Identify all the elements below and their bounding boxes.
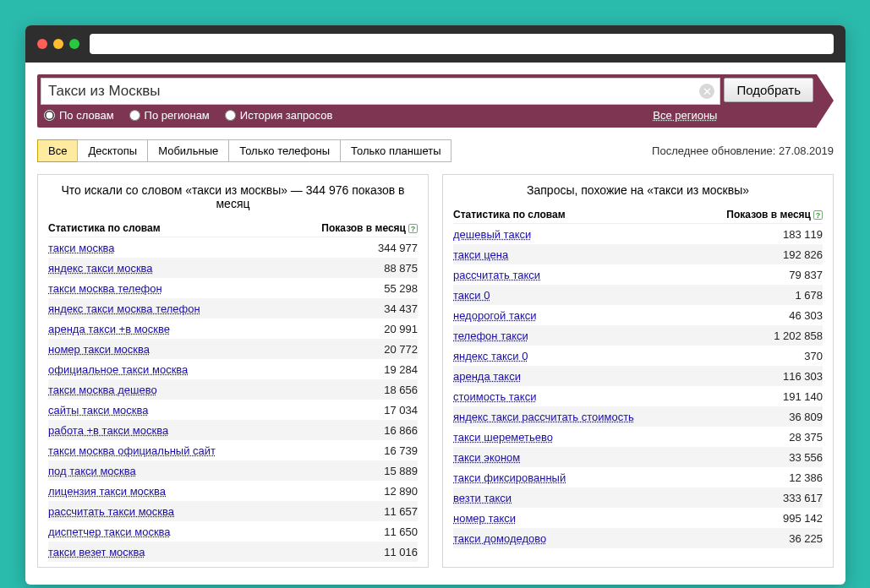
table-row: недорогой такси46 303	[453, 305, 823, 325]
device-tab[interactable]: Мобильные	[147, 139, 229, 162]
keyword-link[interactable]: лицензия такси москва	[48, 485, 384, 498]
impressions-count: 11 016	[384, 546, 418, 558]
table-row: сайты такси москва17 034	[48, 400, 418, 420]
keyword-link[interactable]: официальное такси москва	[48, 363, 384, 376]
device-tab[interactable]: Все	[37, 139, 78, 162]
keyword-link[interactable]: работа +в такси москва	[48, 424, 384, 437]
table-row: аренда такси +в москве20 991	[48, 318, 418, 339]
keyword-link[interactable]: недорогой такси	[453, 309, 789, 322]
keyword-link[interactable]: номер такси	[453, 512, 783, 525]
keyword-link[interactable]: такси москва	[48, 242, 378, 254]
radio-by-words[interactable]: По словам	[44, 109, 114, 122]
arrow-decoration	[817, 74, 834, 127]
search-bar: ✕ По словам По регионам История запросов	[37, 74, 834, 128]
table-row: официальное такси москва19 284	[48, 359, 418, 379]
impressions-count: 16 866	[384, 424, 418, 437]
keyword-link[interactable]: яндекс такси 0	[453, 350, 804, 362]
table-row: яндекс такси рассчитать стоимость36 809	[453, 406, 823, 427]
clear-icon[interactable]: ✕	[699, 84, 714, 99]
impressions-count: 33 556	[789, 451, 823, 464]
impressions-count: 344 977	[378, 242, 418, 254]
keyword-link[interactable]: под такси москва	[48, 465, 384, 477]
impressions-count: 995 142	[783, 512, 823, 525]
impressions-count: 333 617	[783, 492, 823, 504]
column-header-count: Показов в месяц ?	[726, 209, 823, 220]
table-row: такси москва телефон55 298	[48, 278, 418, 298]
maximize-icon[interactable]	[69, 39, 79, 49]
impressions-count: 28 375	[789, 431, 823, 444]
device-tab[interactable]: Десктопы	[77, 139, 148, 162]
keyword-link[interactable]: такси шереметьево	[453, 431, 789, 444]
left-panel: Что искали со словом «такси из москвы» —…	[37, 174, 429, 568]
device-tab[interactable]: Только телефоны	[228, 139, 341, 162]
keyword-link[interactable]: такси 0	[453, 289, 795, 302]
keyword-link[interactable]: такси эконом	[453, 451, 789, 464]
table-row: такси шереметьево28 375	[453, 427, 823, 447]
table-row: рассчитать такси москва11 657	[48, 501, 418, 521]
keyword-link[interactable]: рассчитать такси	[453, 269, 789, 281]
all-regions-link[interactable]: Все регионы	[653, 109, 717, 122]
keyword-link[interactable]: яндекс такси рассчитать стоимость	[453, 411, 789, 423]
impressions-count: 116 303	[783, 370, 823, 383]
right-panel: Запросы, похожие на «такси из москвы» Ст…	[442, 174, 834, 568]
help-icon[interactable]: ?	[408, 224, 418, 233]
impressions-count: 19 284	[384, 363, 418, 376]
address-bar[interactable]	[90, 34, 834, 54]
keyword-link[interactable]: аренда такси	[453, 370, 783, 383]
table-row: такси эконом33 556	[453, 447, 823, 467]
submit-button[interactable]: Подобрать	[724, 78, 813, 102]
table-row: такси везет москва11 016	[48, 542, 418, 562]
impressions-count: 55 298	[384, 282, 418, 295]
keyword-link[interactable]: такси фиксированный	[453, 471, 789, 484]
impressions-count: 15 889	[384, 465, 418, 477]
table-row: аренда такси116 303	[453, 366, 823, 386]
table-row: телефон такси1 202 858	[453, 325, 823, 346]
keyword-link[interactable]: сайты такси москва	[48, 404, 384, 416]
impressions-count: 17 034	[384, 404, 418, 416]
table-row: везти такси333 617	[453, 487, 823, 508]
radio-by-regions[interactable]: По регионам	[129, 109, 210, 122]
keyword-link[interactable]: яндекс такси москва телефон	[48, 302, 384, 315]
radio-label: История запросов	[240, 109, 333, 122]
page-content: ✕ По словам По регионам История запросов	[25, 63, 845, 585]
search-input[interactable]	[41, 79, 699, 104]
keyword-link[interactable]: аренда такси +в москве	[48, 323, 384, 335]
column-header-word: Статистика по словам	[453, 209, 726, 220]
keyword-link[interactable]: такси цена	[453, 248, 783, 261]
keyword-link[interactable]: номер такси москва	[48, 343, 384, 356]
keyword-link[interactable]: везти такси	[453, 492, 783, 504]
table-row: под такси москва15 889	[48, 460, 418, 481]
impressions-count: 192 826	[783, 248, 823, 261]
column-header-word: Статистика по словам	[48, 222, 321, 234]
help-icon[interactable]: ?	[813, 210, 823, 220]
keyword-link[interactable]: такси везет москва	[48, 546, 384, 558]
keyword-link[interactable]: диспетчер такси москва	[48, 525, 384, 538]
keyword-link[interactable]: такси москва дешево	[48, 384, 384, 396]
keyword-link[interactable]: такси москва официальный сайт	[48, 444, 384, 457]
device-tab[interactable]: Только планшеты	[340, 139, 451, 162]
keyword-link[interactable]: яндекс такси москва	[48, 262, 384, 275]
impressions-count: 183 119	[783, 228, 823, 241]
keyword-link[interactable]: такси москва телефон	[48, 282, 384, 295]
close-icon[interactable]	[37, 39, 47, 49]
table-row: яндекс такси 0370	[453, 346, 823, 366]
keyword-link[interactable]: телефон такси	[453, 329, 774, 342]
column-header-count: Показов в месяц ?	[321, 222, 418, 234]
keyword-link[interactable]: рассчитать такси москва	[48, 505, 384, 518]
keyword-link[interactable]: дешевый такси	[453, 228, 783, 241]
last-update: Последнее обновление: 27.08.2019	[652, 144, 834, 157]
radio-history[interactable]: История запросов	[225, 109, 333, 122]
impressions-count: 34 437	[384, 302, 418, 315]
impressions-count: 1 202 858	[774, 329, 823, 342]
impressions-count: 370	[804, 350, 823, 362]
minimize-icon[interactable]	[53, 39, 63, 49]
table-row: рассчитать такси79 837	[453, 264, 823, 285]
table-row: диспетчер такси москва11 650	[48, 521, 418, 542]
table-row: дешевый такси183 119	[453, 224, 823, 244]
panel-title: Запросы, похожие на «такси из москвы»	[453, 183, 823, 197]
impressions-count: 191 140	[783, 390, 823, 403]
keyword-link[interactable]: стоимость такси	[453, 390, 783, 403]
impressions-count: 1 678	[795, 289, 823, 302]
table-row: яндекс такси москва88 875	[48, 258, 418, 278]
keyword-link[interactable]: такси домодедово	[453, 532, 789, 545]
